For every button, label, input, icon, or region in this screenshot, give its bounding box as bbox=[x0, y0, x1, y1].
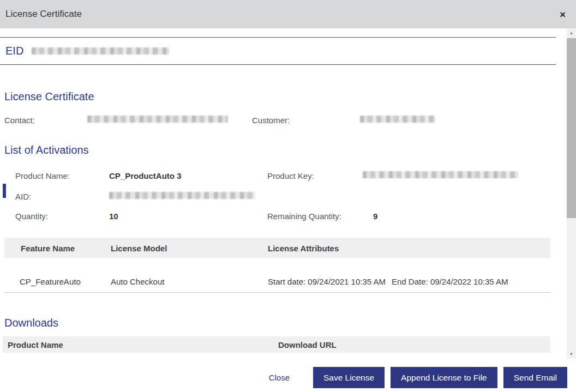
product-key-redacted-value bbox=[363, 171, 518, 178]
customer-label: Customer: bbox=[252, 116, 290, 125]
aid-row: AID: bbox=[0, 192, 556, 202]
eid-label: EID bbox=[5, 45, 23, 57]
product-name-value: CP_ProductAuto 3 bbox=[109, 171, 182, 180]
license-model-cell: Auto Checkout bbox=[111, 277, 164, 286]
license-attributes-column-header: License Attributes bbox=[268, 244, 339, 253]
contact-redacted-value bbox=[87, 116, 228, 123]
feature-table-header: Feature Name License Model License Attri… bbox=[4, 238, 550, 258]
send-email-button[interactable]: Send Email bbox=[503, 367, 567, 388]
customer-redacted-value bbox=[360, 116, 435, 123]
remaining-quantity-label: Remaining Quantity: bbox=[267, 212, 341, 221]
downloads-product-name-column-header: Product Name bbox=[8, 340, 63, 349]
modal-footer: Close Save License Append License to Fil… bbox=[0, 359, 576, 392]
close-button[interactable]: Close bbox=[269, 373, 290, 382]
modal-title: License Certificate bbox=[5, 9, 82, 20]
license-certificate-modal: License Certificate × EID License Certif… bbox=[0, 0, 576, 392]
vertical-scrollbar[interactable]: ▲ ▼ bbox=[567, 28, 576, 359]
downloads-table-header: Product Name Download URL bbox=[3, 336, 550, 353]
start-date-text: Start date: 09/24/2021 10:35 AM bbox=[268, 277, 386, 286]
downloads-heading: Downloads bbox=[0, 317, 556, 329]
eid-redacted-value bbox=[32, 47, 169, 55]
remaining-quantity-value: 9 bbox=[373, 212, 377, 221]
activation-block: Product Name: CP_ProductAuto 3 Product K… bbox=[0, 171, 556, 221]
product-name-label: Product Name: bbox=[15, 171, 70, 180]
list-of-activations-heading: List of Activations bbox=[0, 144, 556, 156]
feature-name-cell: CP_FeatureAuto bbox=[20, 277, 81, 286]
append-license-to-file-button[interactable]: Append License to File bbox=[391, 367, 497, 388]
feature-table-row: CP_FeatureAuto Auto Checkout Start date:… bbox=[4, 258, 550, 293]
quantity-row: Quantity: 10 Remaining Quantity: 9 bbox=[0, 212, 556, 221]
scrollbar-thumb[interactable] bbox=[567, 38, 576, 218]
modal-body: EID License Certificate Contact: Custome… bbox=[0, 28, 576, 359]
downloads-table: Product Name Download URL bbox=[3, 336, 550, 353]
eid-section: EID bbox=[0, 37, 556, 65]
contact-label: Contact: bbox=[4, 116, 35, 125]
license-model-column-header: License Model bbox=[111, 244, 167, 253]
modal-header: License Certificate × bbox=[0, 0, 576, 28]
contact-customer-row: Contact: Customer: bbox=[0, 116, 556, 125]
aid-redacted-value bbox=[109, 192, 255, 199]
license-certificate-heading: License Certificate bbox=[0, 91, 556, 103]
product-name-row: Product Name: CP_ProductAuto 3 Product K… bbox=[0, 171, 556, 181]
scroll-up-icon[interactable]: ▲ bbox=[567, 28, 576, 38]
close-icon[interactable]: × bbox=[557, 8, 568, 21]
quantity-label: Quantity: bbox=[15, 212, 48, 221]
quantity-value: 10 bbox=[109, 212, 118, 221]
feature-name-column-header: Feature Name bbox=[21, 244, 75, 253]
product-key-label: Product Key: bbox=[267, 171, 314, 180]
license-attributes-cell: Start date: 09/24/2021 10:35 AMEnd Date:… bbox=[268, 277, 508, 286]
aid-label: AID: bbox=[15, 192, 31, 201]
end-date-text: End Date: 09/24/2022 10:35 AM bbox=[392, 277, 508, 286]
modal-content: EID License Certificate Contact: Custome… bbox=[0, 28, 556, 353]
feature-table: Feature Name License Model License Attri… bbox=[4, 238, 550, 293]
scroll-down-icon[interactable]: ▼ bbox=[567, 349, 576, 359]
download-url-column-header: Download URL bbox=[278, 340, 337, 349]
save-license-button[interactable]: Save License bbox=[313, 367, 385, 388]
